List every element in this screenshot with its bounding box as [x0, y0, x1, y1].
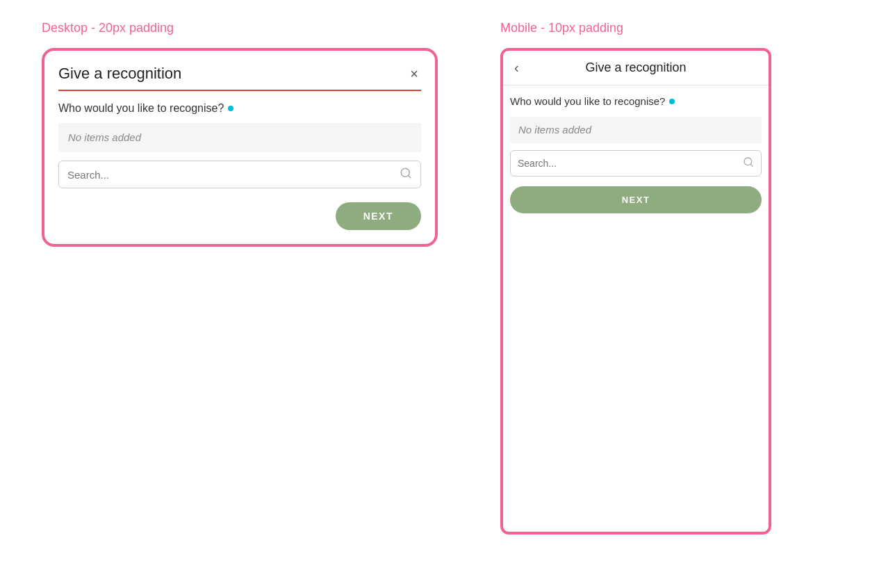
- desktop-no-items-box: No items added: [58, 123, 421, 152]
- mobile-back-button[interactable]: ‹: [510, 58, 523, 77]
- mobile-next-button[interactable]: NEXT: [510, 186, 762, 213]
- mobile-modal-title: Give a recognition: [585, 60, 686, 75]
- required-dot-mobile: [669, 99, 675, 104]
- search-icon-desktop: [400, 167, 412, 182]
- desktop-modal-header: Give a recognition ×: [58, 65, 421, 91]
- desktop-next-button[interactable]: NEXT: [336, 202, 421, 230]
- desktop-section-label: Desktop - 20px padding: [42, 21, 445, 35]
- mobile-question-label: Who would you like to recognise?: [510, 92, 762, 110]
- mobile-no-items-box: No items added: [510, 117, 762, 143]
- required-dot-desktop: [228, 106, 233, 111]
- mobile-no-items-text: No items added: [518, 124, 591, 136]
- search-icon-mobile: [743, 156, 754, 170]
- desktop-close-button[interactable]: ×: [407, 65, 421, 82]
- svg-line-1: [408, 175, 410, 177]
- desktop-question-label: Who would you like to recognise?: [58, 102, 421, 115]
- mobile-header: ‹ Give a recognition: [503, 51, 769, 85]
- mobile-frame: ‹ Give a recognition Who would you like …: [500, 48, 771, 534]
- mobile-section-label: Mobile - 10px padding: [500, 21, 771, 35]
- desktop-no-items-text: No items added: [68, 131, 141, 143]
- mobile-search-box: [510, 150, 762, 177]
- mobile-search-input[interactable]: [518, 158, 743, 169]
- mobile-body: Who would you like to recognise? No item…: [503, 85, 769, 230]
- desktop-section: Desktop - 20px padding Give a recognitio…: [42, 21, 445, 247]
- desktop-search-input[interactable]: [67, 169, 400, 181]
- desktop-modal-title: Give a recognition: [58, 65, 181, 83]
- desktop-modal: Give a recognition × Who would you like …: [42, 48, 438, 247]
- svg-line-3: [750, 164, 753, 166]
- desktop-search-box: [58, 161, 421, 188]
- mobile-section: Mobile - 10px padding ‹ Give a recogniti…: [500, 21, 771, 534]
